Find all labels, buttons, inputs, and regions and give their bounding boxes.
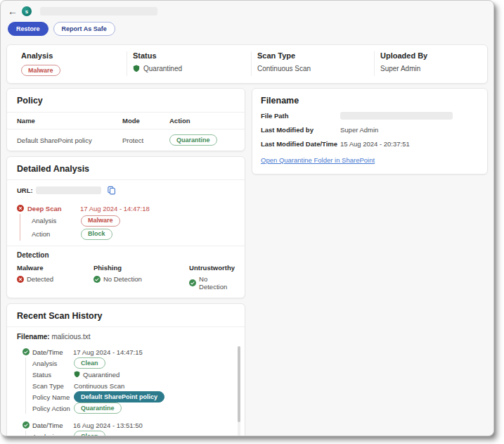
detection-malware-label: Malware — [17, 264, 93, 272]
summary-scan-type: Scan Type Continuous Scan — [251, 51, 374, 76]
open-quarantine-folder-link[interactable]: Open Quarantine Folder in SharePoint — [261, 156, 375, 164]
history-scrollbar[interactable] — [238, 346, 240, 436]
detection-title: Detection — [17, 251, 235, 259]
shield-icon — [74, 371, 80, 378]
summary-card: Analysis Malware Status Quarantined Scan… — [6, 44, 488, 84]
detailed-analysis-title: Detailed Analysis — [7, 164, 245, 180]
history-analysis-label: Analysis — [32, 433, 74, 437]
history-scrollbar-thumb[interactable] — [238, 346, 240, 422]
history-policy-name-label: Policy Name — [32, 393, 74, 401]
deep-scan-label: Deep Scan — [27, 205, 80, 213]
summary-analysis: Analysis Malware — [7, 51, 127, 76]
back-icon[interactable]: ← — [8, 7, 18, 16]
policy-title: Policy — [7, 96, 245, 113]
detailed-analysis-card: Detailed Analysis URL: Deep Scan 17 Aug … — [6, 156, 245, 298]
check-circle-icon — [22, 421, 30, 429]
history-status-value: Quarantined — [83, 371, 119, 379]
history-datetime-value: 16 Aug 2024 - 13:51:50 — [73, 421, 143, 429]
malware-badge: Malware — [21, 65, 60, 76]
policy-name-badge: Default SharePoint policy — [74, 391, 164, 402]
policy-table-header: Name Mode Action — [7, 113, 245, 129]
history-scan-type-value: Continuous Scan — [74, 382, 124, 390]
clean-badge: Clean — [74, 431, 105, 436]
redacted-file-path — [340, 112, 453, 120]
scan-history-filename-label: Filename: — [17, 333, 50, 341]
summary-uploaded-by-value: Super Admin — [380, 65, 420, 72]
summary-status: Status Quarantined — [127, 51, 251, 76]
history-datetime-label: Date/Time — [32, 421, 73, 429]
deep-scan-malware-badge: Malware — [81, 215, 120, 227]
policy-action-badge: Quarantine — [74, 402, 122, 414]
deep-scan-block-badge: Block — [81, 229, 112, 240]
check-circle-icon — [93, 276, 101, 283]
detection-malware: Malware Detected — [17, 264, 93, 291]
last-modified-by-label: Last Modified by — [261, 126, 340, 134]
scan-history-list[interactable]: Date/Time 17 Aug 2024 - 14:47:15 Analysi… — [7, 345, 245, 436]
scan-history-title: Recent Scan History — [7, 311, 245, 327]
policy-table-row: Default SharePoint policy Protect Quaran… — [7, 129, 245, 151]
sharepoint-icon: s — [22, 6, 32, 16]
policy-row-mode: Protect — [122, 137, 169, 144]
last-modified-datetime-value: 15 Aug 2024 - 20:37:51 — [340, 140, 410, 148]
clean-badge: Clean — [74, 357, 105, 369]
deep-scan-analysis-label: Analysis — [32, 217, 81, 224]
policy-header-action: Action — [169, 117, 235, 125]
copy-icon[interactable] — [107, 186, 116, 195]
detection-untrustworthy-value: No Detection — [199, 275, 235, 291]
policy-header-mode: Mode — [122, 117, 169, 125]
last-modified-by-value: Super Admin — [340, 126, 378, 134]
history-policy-action-label: Policy Action — [32, 405, 74, 412]
detection-section: Detection Malware Detected Phishing — [7, 246, 245, 298]
check-circle-icon — [189, 279, 196, 286]
file-detail-page: ← s Restore Report As Safe Analysis Malw… — [0, 0, 494, 436]
detection-phishing-label: Phishing — [93, 264, 189, 272]
shield-icon — [133, 65, 140, 72]
cross-circle-icon — [17, 205, 24, 212]
history-entry: Date/Time 16 Aug 2024 - 13:51:50 Analysi… — [22, 419, 245, 436]
deep-scan-datetime: 17 Aug 2024 - 14:47:18 — [80, 205, 150, 213]
history-datetime-value: 17 Aug 2024 - 14:47:15 — [73, 348, 143, 356]
policy-header-name: Name — [17, 117, 122, 125]
summary-uploaded-by-label: Uploaded By — [380, 51, 482, 60]
history-status-label: Status — [32, 371, 74, 379]
summary-status-label: Status — [133, 51, 245, 60]
detection-phishing-value: No Detection — [103, 275, 142, 283]
deep-scan-action-label: Action — [32, 230, 81, 238]
history-scan-type-label: Scan Type — [32, 382, 74, 390]
detection-untrustworthy: Untrustworthy No Detection — [189, 264, 235, 291]
detection-phishing: Phishing No Detection — [93, 264, 189, 291]
detection-untrustworthy-label: Untrustworthy — [189, 264, 235, 272]
restore-button[interactable]: Restore — [8, 22, 49, 36]
scan-history-filename-value: malicious.txt — [51, 333, 90, 341]
filename-card: Filename File Path Last Modified by Supe… — [252, 88, 488, 175]
history-entry: Date/Time 17 Aug 2024 - 14:47:15 Analysi… — [22, 346, 245, 414]
summary-analysis-label: Analysis — [21, 51, 121, 60]
scan-history-filename: Filename: malicious.txt — [7, 327, 245, 345]
last-modified-datetime-label: Last Modified Date/Time — [261, 140, 340, 148]
url-label: URL: — [17, 186, 33, 194]
redacted-filename — [40, 7, 157, 15]
check-circle-icon — [22, 348, 30, 355]
file-path-label: File Path — [261, 112, 340, 120]
history-datetime-label: Date/Time — [32, 348, 73, 356]
summary-uploaded-by: Uploaded By Super Admin — [374, 51, 487, 76]
quarantine-action-badge: Quarantine — [169, 134, 217, 146]
policy-row-name: Default SharePoint policy — [17, 137, 122, 144]
history-analysis-label: Analysis — [32, 360, 74, 367]
redacted-url — [36, 186, 101, 194]
page-header: ← s Restore Report As Safe — [1, 1, 493, 36]
summary-scan-type-value: Continuous Scan — [257, 65, 311, 72]
detection-malware-value: Detected — [27, 275, 53, 283]
summary-status-value: Quarantined — [143, 65, 182, 72]
screenshot-frame: ← s Restore Report As Safe Analysis Malw… — [0, 0, 504, 444]
summary-scan-type-label: Scan Type — [257, 51, 368, 60]
filename-card-title: Filename — [261, 96, 479, 106]
recent-scan-history-card: Recent Scan History Filename: malicious.… — [6, 303, 245, 436]
deep-scan-block: Deep Scan 17 Aug 2024 - 14:47:18 Analysi… — [7, 200, 245, 241]
report-as-safe-button[interactable]: Report As Safe — [53, 22, 115, 36]
cross-circle-icon — [17, 276, 24, 283]
policy-card: Policy Name Mode Action Default SharePoi… — [6, 88, 245, 151]
